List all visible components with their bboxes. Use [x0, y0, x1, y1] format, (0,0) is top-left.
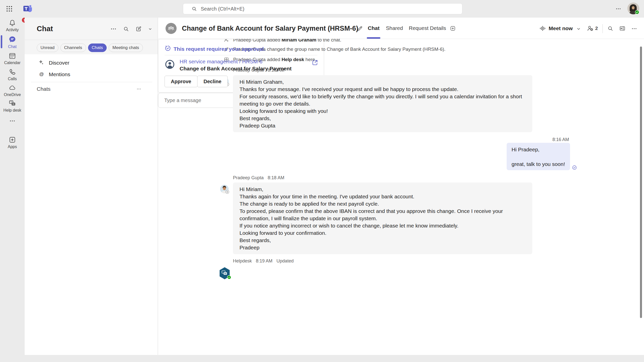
author-name: Pradeep Gupta: [233, 175, 264, 180]
cloud-icon: [9, 84, 16, 92]
phone-icon: [9, 68, 16, 76]
approval-pending-icon: [165, 45, 171, 52]
sidebar-item-chat[interactable]: Chat: [0, 35, 25, 49]
mentions-item[interactable]: @ Mentions: [38, 71, 70, 78]
window-bottom-edge: [0, 355, 644, 362]
open-side-pane-icon[interactable]: [619, 25, 626, 32]
chat-bubble-icon: [8, 35, 16, 43]
bell-icon: 1: [9, 19, 16, 27]
waveform-icon: [539, 25, 546, 32]
request-title: Change of Bank Account for Salary Paymen…: [180, 66, 292, 72]
sidebar-item-help-desk[interactable]: ? Help desk: [0, 100, 25, 113]
tab-request-details[interactable]: Request Details: [409, 25, 446, 31]
teams-logo-icon: [23, 4, 33, 14]
add-tab-icon[interactable]: [450, 25, 456, 31]
divider: [602, 24, 603, 33]
approve-button[interactable]: Approve: [165, 76, 197, 87]
new-chat-chevron-down-icon[interactable]: [148, 27, 152, 31]
chat-more-icon[interactable]: [631, 26, 638, 32]
meet-now-button[interactable]: Meet now: [539, 24, 573, 33]
search-icon: [191, 6, 197, 12]
timestamp: 8:18 AM: [268, 175, 284, 180]
chats-section-label: Chats: [37, 86, 51, 92]
message-seen-icon: [572, 165, 577, 170]
sidebar-item-calls[interactable]: Calls: [0, 68, 25, 81]
author-name: Helpdesk: [233, 258, 252, 264]
sparkle-icon: [38, 60, 45, 66]
own-message-bubble: Hi Pradeep, great, talk to you soon!: [507, 143, 570, 170]
person-added-icon: [224, 39, 229, 43]
app-rail: 1 Activity Chat Calendar Calls OneDrive: [0, 18, 25, 355]
filter-chats[interactable]: Chats: [88, 43, 107, 52]
search-placeholder: Search (Ctrl+Alt+E): [201, 6, 244, 12]
add-people-icon: [587, 25, 594, 32]
updated-tag: Updated: [276, 258, 294, 264]
chats-section-more-icon[interactable]: [136, 86, 142, 92]
presence-available-icon: [635, 10, 639, 14]
chat-title: Change of Bank Account for Salary Paymen…: [182, 25, 358, 32]
titlebar-more-icon[interactable]: [615, 6, 622, 12]
chat-filters: Unread Channels Chats Meeting chats: [37, 43, 143, 52]
sidebar-item-calendar[interactable]: Calendar: [0, 52, 25, 65]
filter-unread[interactable]: Unread: [37, 43, 58, 52]
meet-now-chevron-down-icon[interactable]: [576, 26, 581, 31]
divider: [31, 82, 152, 82]
svg-text:?: ?: [11, 101, 12, 104]
message-meta: Pradeep Gupta 8:18 AM: [233, 175, 284, 181]
panel-title: Chat: [37, 25, 53, 33]
panel-more-icon[interactable]: [110, 26, 117, 32]
panel-header-actions: [110, 26, 152, 32]
message-bubble: Hi Miriam Graham,Thanks for your message…: [233, 75, 532, 132]
open-external-icon[interactable]: [311, 59, 318, 66]
tab-chat[interactable]: Chat: [368, 25, 380, 31]
sidebar-item-activity[interactable]: 1 Activity: [0, 19, 25, 32]
ellipsis-icon: [9, 118, 16, 124]
message-canvas: Pradeep Gupta added Miriam Graham to the…: [158, 39, 644, 355]
calendar-icon: [9, 52, 16, 60]
approval-heading: This request requires your approval.: [174, 46, 265, 52]
discover-item[interactable]: Discover: [38, 60, 69, 66]
divider: [25, 40, 158, 40]
presence-offline-icon: [225, 190, 230, 194]
decline-button[interactable]: Decline: [197, 76, 228, 87]
search-input[interactable]: Search (Ctrl+Alt+E): [183, 3, 462, 14]
chat-search-icon[interactable]: [607, 25, 614, 32]
sidebar-item-apps[interactable]: Apps: [0, 136, 25, 149]
rail-more-button[interactable]: [0, 118, 25, 124]
svg-text:@: @: [39, 71, 44, 77]
system-message: Pradeep Gupta added Miriam Graham to the…: [224, 39, 341, 43]
request-link[interactable]: HR service management / HRSM-6: [180, 59, 262, 65]
panel-search-icon[interactable]: [123, 26, 129, 32]
title-bar: Search (Ctrl+Alt+E): [0, 0, 644, 18]
message-bubble: Hi Miriam,Thanks again for your time in …: [233, 183, 532, 254]
participants-button[interactable]: 2: [587, 25, 598, 32]
filter-meeting-chats[interactable]: Meeting chats: [109, 43, 143, 52]
presence-available-icon: [227, 275, 231, 280]
new-chat-icon[interactable]: [135, 26, 142, 32]
app-launcher-waffle-icon[interactable]: [6, 5, 13, 13]
active-tab-indicator: [367, 37, 380, 39]
tab-shared[interactable]: Shared: [386, 25, 403, 31]
request-avatar-icon: [165, 59, 175, 70]
sidebar-item-onedrive[interactable]: OneDrive: [0, 84, 25, 97]
chat-list-body: [25, 54, 158, 355]
edit-name-icon[interactable]: [357, 25, 363, 32]
discover-label: Discover: [49, 60, 69, 66]
message-meta: Helpdesk 8:19 AM Updated: [233, 258, 294, 264]
group-avatar[interactable]: [166, 23, 177, 34]
help-desk-icon: ?: [9, 100, 16, 107]
mentions-label: Mentions: [49, 71, 70, 77]
divider: [165, 55, 317, 55]
at-mention-icon: @: [38, 71, 45, 78]
filter-channels[interactable]: Channels: [60, 43, 86, 52]
scrollbar-thumb[interactable]: [640, 47, 642, 318]
apps-plus-icon: [9, 136, 16, 144]
timestamp: 8:19 AM: [256, 258, 272, 264]
timestamp: 8:16 AM: [552, 137, 569, 142]
